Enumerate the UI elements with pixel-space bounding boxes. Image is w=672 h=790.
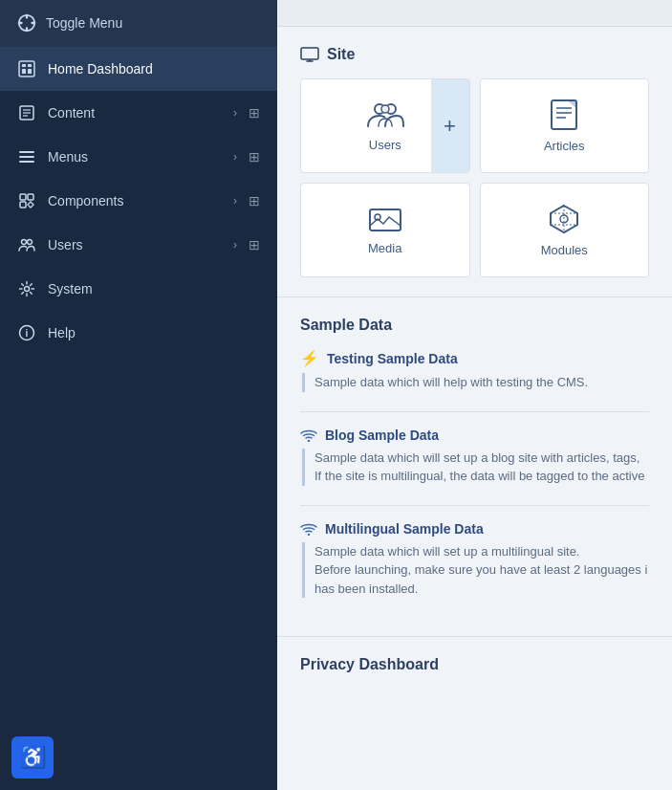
svg-point-38 — [308, 439, 310, 441]
svg-rect-17 — [20, 194, 26, 200]
wifi-icon-blog — [300, 428, 317, 442]
components-arrow-icon: › — [233, 194, 237, 208]
articles-site-card[interactable]: Articles — [480, 78, 650, 173]
sidebar-item-components[interactable]: Components › ⊞ — [0, 179, 277, 223]
sidebar-item-users[interactable]: Users › ⊞ — [0, 223, 277, 267]
sample-data-title: Sample Data — [300, 317, 649, 334]
sidebar-item-users-label: Users — [48, 237, 222, 252]
svg-point-20 — [22, 240, 27, 245]
users-site-card[interactable]: Users + — [300, 78, 470, 173]
privacy-section: Privacy Dashboard — [277, 637, 672, 692]
articles-card-icon — [550, 99, 578, 131]
content-arrow-icon: › — [233, 106, 237, 120]
svg-rect-19 — [20, 202, 26, 208]
sidebar-item-content-label: Content — [48, 105, 222, 121]
site-section: Site Users + — [277, 27, 672, 297]
media-card-label: Media — [368, 241, 401, 255]
content-icon — [17, 103, 36, 122]
users-arrow-icon: › — [233, 238, 237, 252]
top-bar — [277, 0, 672, 27]
modules-card-label: Modules — [541, 243, 588, 257]
sidebar-item-help[interactable]: i Help — [0, 311, 277, 355]
testing-sample-title[interactable]: Testing Sample Data — [327, 351, 458, 366]
accessibility-icon: ♿ — [20, 745, 46, 770]
menus-icon — [17, 147, 36, 166]
sidebar-item-menus[interactable]: Menus › ⊞ — [0, 135, 277, 179]
sidebar: Toggle Menu Home Dashboard Content › — [0, 0, 277, 790]
sample-divider-2 — [300, 505, 649, 506]
components-icon — [17, 191, 36, 210]
testing-sample-item: ⚡ Testing Sample Data Sample data which … — [300, 349, 649, 392]
components-grid-icon: ⊞ — [249, 193, 260, 208]
sidebar-item-help-label: Help — [48, 325, 260, 340]
users-card-label: Users — [369, 138, 401, 152]
sidebar-item-system-label: System — [48, 281, 260, 296]
sidebar-item-system[interactable]: System — [0, 267, 277, 311]
toggle-menu-button[interactable]: Toggle Menu — [0, 0, 277, 47]
sidebar-item-menus-label: Menus — [48, 149, 222, 165]
svg-rect-9 — [28, 69, 32, 74]
system-icon — [17, 279, 36, 298]
menus-grid-icon: ⊞ — [249, 149, 260, 165]
modules-site-card[interactable]: Modules — [480, 183, 650, 277]
modules-card-icon — [548, 203, 580, 235]
content-grid-icon: ⊞ — [249, 105, 260, 121]
blog-sample-title[interactable]: Blog Sample Data — [325, 428, 439, 443]
testing-sample-desc: Sample data which will help with testing… — [302, 373, 649, 392]
home-icon — [17, 59, 36, 78]
svg-rect-7 — [28, 64, 32, 67]
users-grid-icon: ⊞ — [249, 237, 260, 252]
svg-point-39 — [308, 533, 310, 535]
toggle-menu-label: Toggle Menu — [46, 15, 122, 31]
articles-card-label: Articles — [544, 139, 585, 153]
sample-data-section: Sample Data ⚡ Testing Sample Data Sample… — [277, 297, 672, 637]
svg-text:i: i — [26, 328, 29, 339]
sidebar-item-home[interactable]: Home Dashboard — [0, 47, 277, 91]
multilingual-sample-desc: Sample data which will set up a multilin… — [302, 542, 649, 599]
site-section-title: Site — [300, 46, 649, 63]
svg-rect-6 — [22, 64, 26, 67]
toggle-menu-icon — [17, 13, 36, 33]
blog-sample-header: Blog Sample Data — [300, 428, 649, 443]
svg-rect-8 — [22, 69, 26, 74]
help-icon: i — [17, 323, 36, 342]
wifi-icon-multilingual — [300, 522, 317, 536]
main-content: Site Users + — [277, 0, 672, 790]
users-nav-icon — [17, 235, 36, 254]
multilingual-sample-header: Multilingual Sample Data — [300, 521, 649, 537]
sidebar-item-components-label: Components — [48, 193, 222, 208]
media-site-card[interactable]: Media — [300, 183, 470, 277]
svg-point-22 — [25, 287, 30, 292]
svg-rect-18 — [28, 194, 33, 200]
add-users-button[interactable]: + — [431, 79, 469, 172]
svg-point-30 — [381, 105, 389, 113]
testing-sample-header: ⚡ Testing Sample Data — [300, 349, 649, 367]
sidebar-item-content[interactable]: Content › ⊞ — [0, 91, 277, 135]
accessibility-button[interactable]: ♿ — [11, 736, 54, 779]
sample-divider-1 — [300, 411, 649, 412]
svg-rect-35 — [370, 209, 401, 230]
sidebar-bottom: ♿ — [0, 725, 277, 790]
users-card-icon — [366, 99, 404, 130]
svg-rect-25 — [301, 48, 318, 59]
monitor-icon — [300, 47, 319, 62]
menus-arrow-icon: › — [233, 150, 237, 164]
blog-sample-desc: Sample data which will set up a blog sit… — [302, 449, 649, 486]
bolt-icon: ⚡ — [300, 349, 319, 367]
media-card-icon — [368, 205, 402, 233]
svg-rect-5 — [19, 61, 34, 77]
svg-point-21 — [28, 240, 33, 245]
site-cards-grid: Users + Articles — [300, 78, 649, 277]
blog-sample-item: Blog Sample Data Sample data which will … — [300, 428, 649, 486]
sidebar-item-home-label: Home Dashboard — [48, 61, 260, 77]
privacy-section-title: Privacy Dashboard — [300, 656, 649, 673]
multilingual-sample-item: Multilingual Sample Data Sample data whi… — [300, 521, 649, 599]
multilingual-sample-title[interactable]: Multilingual Sample Data — [325, 521, 484, 537]
